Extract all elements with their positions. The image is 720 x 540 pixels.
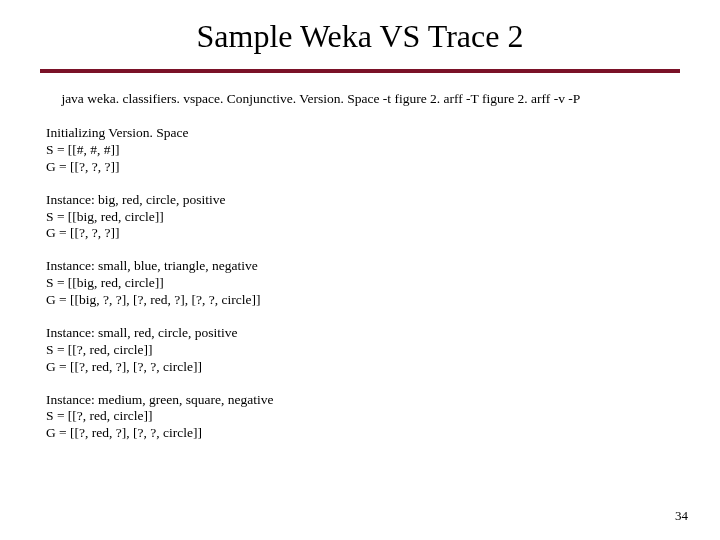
trace-block: Instance: small, blue, triangle, negativ… (46, 258, 680, 309)
title-rule (40, 69, 680, 73)
page-title: Sample Weka VS Trace 2 (40, 18, 680, 55)
page-number: 34 (675, 508, 688, 524)
trace-block: Instance: big, red, circle, positive S =… (46, 192, 680, 243)
trace-block: Instance: medium, green, square, negativ… (46, 392, 680, 443)
slide: Sample Weka VS Trace 2 java weka. classi… (0, 0, 720, 540)
trace-block: Instance: small, red, circle, positive S… (46, 325, 680, 376)
command-line: java weka. classifiers. vspace. Conjunct… (58, 91, 680, 107)
trace-block: Initializing Version. Space S = [[#, #, … (46, 125, 680, 176)
